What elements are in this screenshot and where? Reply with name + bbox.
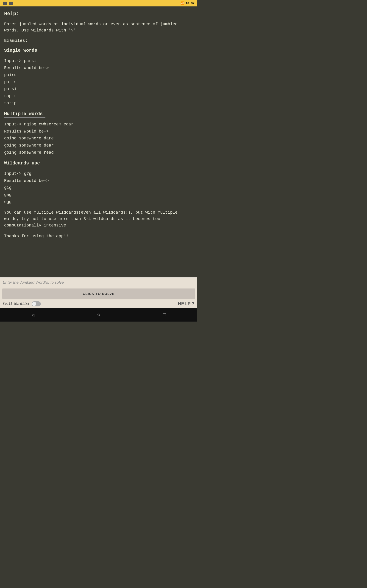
signal-icon: 📶: [181, 1, 184, 5]
solve-button[interactable]: CLICK TO SOLVE: [2, 288, 195, 299]
jumble-input[interactable]: [2, 279, 195, 286]
status-bar-left: [3, 2, 13, 5]
single-words-results-label: Results would be->: [4, 65, 193, 72]
single-words-title: Single words: [4, 48, 193, 53]
help-intro: Enter jumbled words as individual words …: [4, 21, 193, 34]
wildcards-input: Input-> g?g: [4, 170, 193, 177]
status-bar: 📶 10:37: [0, 0, 197, 6]
small-wordlist-toggle[interactable]: [32, 301, 41, 306]
small-wordlist-label: Small Wordlist: [3, 302, 30, 306]
list-item: paris: [4, 78, 193, 86]
list-item: gag: [4, 191, 193, 199]
single-words-divider: [4, 54, 45, 54]
bottom-options: Small Wordlist HELP ?: [0, 300, 197, 308]
multiple-words-input: Input-> ngiog owhsereem edar: [4, 121, 193, 128]
list-item: gig: [4, 184, 193, 191]
wildcards-title: Wildcards use: [4, 161, 193, 166]
list-item: sarip: [4, 100, 193, 107]
input-row: [0, 277, 197, 287]
small-wordlist-option: Small Wordlist: [3, 301, 41, 306]
multiple-words-divider: [4, 117, 45, 118]
recents-button[interactable]: □: [163, 312, 166, 318]
examples-label: Examples:: [4, 38, 193, 43]
status-bar-right: 📶 10:37: [181, 1, 194, 5]
list-item: parsi: [4, 86, 193, 93]
note-text: You can use multiple wildcards(even all …: [4, 209, 193, 229]
list-item: sapir: [4, 93, 193, 100]
multiple-words-results: going somewhere dare going somewhere dea…: [4, 135, 193, 156]
battery-icon: [9, 2, 13, 5]
wildcards-divider: [4, 167, 45, 167]
title-divider: [4, 18, 18, 18]
list-item: going somewhere dear: [4, 142, 193, 149]
help-title: Help:: [4, 11, 193, 17]
back-button[interactable]: ◁: [31, 312, 34, 318]
list-item: going somewhere read: [4, 149, 193, 156]
time-display: 10:37: [186, 2, 194, 5]
help-question-icon: ?: [192, 301, 194, 306]
wildcards-results-label: Results would be->: [4, 177, 193, 184]
nav-bar: ◁ ○ □: [0, 308, 197, 321]
list-item: going somewhere dare: [4, 135, 193, 142]
home-button[interactable]: ○: [97, 312, 100, 318]
bottom-bar: CLICK TO SOLVE Small Wordlist HELP ?: [0, 277, 197, 308]
sim-icon: [3, 2, 7, 5]
thanks-text: Thanks for using the app!!: [4, 234, 193, 238]
wildcards-results: gig gag egg: [4, 184, 193, 205]
help-button-label: HELP: [178, 301, 191, 306]
main-content: Help: Enter jumbled words as individual …: [0, 6, 197, 277]
single-words-input: Input-> parsi: [4, 57, 193, 65]
single-words-results: pairs paris parsi sapir sarip: [4, 71, 193, 107]
multiple-words-title: Multiple words: [4, 111, 193, 116]
help-button[interactable]: HELP ?: [178, 301, 194, 306]
list-item: egg: [4, 199, 193, 206]
multiple-words-results-label: Results would be->: [4, 128, 193, 135]
list-item: pairs: [4, 71, 193, 78]
